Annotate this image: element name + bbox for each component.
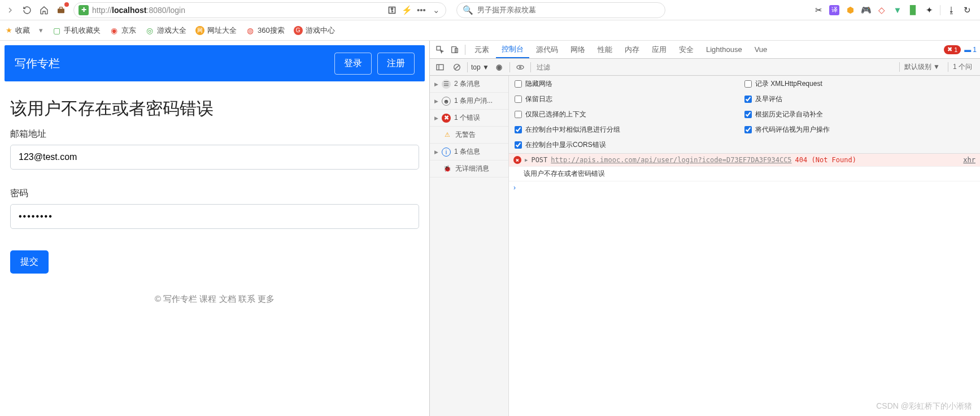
divider — [509, 62, 510, 72]
sidebar-label: 无详细消息 — [455, 164, 489, 174]
key-icon[interactable]: ⚿ — [387, 5, 397, 15]
issues-badge[interactable]: ▬ 1 — [964, 46, 977, 54]
chk-eager[interactable]: 及早评估 — [744, 94, 974, 104]
sidebar-label: 1 条信息 — [454, 147, 480, 157]
chk-preserve-log[interactable]: 保留日志 — [515, 94, 744, 104]
chk-group-similar[interactable]: 在控制台中对相似消息进行分组 — [515, 125, 744, 135]
more-icon[interactable]: ••• — [416, 5, 426, 15]
tab-sources[interactable]: 源代码 — [530, 41, 564, 58]
sidebar-label: 1 个错误 — [454, 113, 480, 123]
square-icon[interactable]: ◇ — [877, 5, 887, 15]
forward-button[interactable] — [3, 3, 17, 17]
browser-search[interactable]: 🔍 男子掘开亲叔坟墓 — [456, 2, 665, 18]
issues-link[interactable]: 1 个问 — [948, 62, 977, 72]
app-navbar: 写作专栏 登录 注册 — [5, 45, 425, 81]
chevron-icon: ▶ — [434, 149, 438, 155]
sidebar-errors[interactable]: ▶✖1 个错误 — [430, 110, 508, 127]
svg-rect-2 — [452, 46, 456, 53]
bookmark-dropdown[interactable]: ▾ — [39, 26, 43, 34]
bookmark-gamecenter[interactable]: G游戏中心 — [294, 25, 335, 36]
chevron-icon: ▶ — [434, 115, 438, 121]
app-brand[interactable]: 写作专栏 — [15, 56, 60, 71]
error-badge[interactable]: ✖ 1 — [944, 45, 961, 54]
page-footer: © 写作专栏 课程 文档 联系 更多 — [10, 294, 419, 305]
chk-hide-network[interactable]: 隐藏网络 — [515, 79, 744, 89]
register-button[interactable]: 注册 — [377, 53, 415, 75]
sidebar-label: 无警告 — [455, 130, 476, 140]
chk-log-xhr[interactable]: 记录 XMLHttpRequest — [744, 79, 974, 89]
sidebar-messages[interactable]: ▶☰2 条消息 — [430, 76, 508, 93]
chk-user-gesture[interactable]: 将代码评估视为用户操作 — [744, 125, 974, 135]
tab-network[interactable]: 网络 — [565, 41, 591, 58]
shield-ext-icon[interactable]: ⬢ — [845, 5, 855, 15]
chk-show-cors[interactable]: 在控制台中显示CORS错误 — [515, 140, 744, 150]
tab-vue[interactable]: Vue — [749, 41, 773, 58]
scissors-icon[interactable]: ✂ — [813, 5, 824, 15]
reload-button[interactable] — [20, 3, 34, 17]
log-text: 该用户不存在或者密码错误 — [524, 169, 605, 179]
sidebar-user[interactable]: ▶☻1 条用户消... — [430, 93, 508, 110]
sidebar-warnings[interactable]: ⚠无警告 — [430, 127, 508, 144]
source-link[interactable]: xhr — [963, 156, 975, 164]
submit-button[interactable]: 提交 — [10, 250, 49, 274]
password-input[interactable] — [10, 204, 419, 229]
flash-icon[interactable]: ⚡ — [402, 5, 412, 15]
chk-label: 隐藏网络 — [525, 79, 552, 89]
login-button[interactable]: 登录 — [334, 53, 372, 75]
bookmarks-bar: ★收藏 ▾ ▢手机收藏夹 ◉京东 ◎游戏大全 网网址大全 ◍360搜索 G游戏中… — [0, 20, 980, 41]
chevron-icon: ▶ — [525, 157, 528, 163]
refresh-icon[interactable]: ↻ — [962, 5, 972, 15]
bookmark-favorites[interactable]: ★收藏 — [6, 25, 30, 36]
tab-application[interactable]: 应用 — [646, 41, 672, 58]
context-select[interactable]: top ▼ — [471, 63, 489, 71]
bookmark-mobile[interactable]: ▢手机收藏夹 — [52, 25, 101, 36]
bookmark-360[interactable]: ◍360搜索 — [246, 25, 285, 36]
vue-icon[interactable]: ▼ — [892, 5, 903, 15]
bug-icon: 🐞 — [443, 164, 452, 174]
tab-security[interactable]: 安全 — [673, 41, 699, 58]
console-error-row[interactable]: ✖ ▶ POST http://apis.imooc.com/api/user/… — [509, 154, 980, 167]
info-icon: i — [442, 148, 451, 157]
home-button[interactable] — [37, 3, 51, 17]
game-icon[interactable]: 🎮 — [861, 5, 871, 15]
url-path: :8080/login — [147, 6, 186, 15]
filter-input[interactable] — [534, 63, 896, 71]
bookmark-jd[interactable]: ◉京东 — [110, 25, 136, 36]
chk-autocomplete[interactable]: 根据历史记录自动补全 — [744, 110, 974, 119]
create-context-icon[interactable]: ◉ — [493, 60, 506, 74]
toggle-sidebar-icon[interactable] — [433, 60, 447, 74]
inspect-icon[interactable] — [433, 43, 447, 57]
level-select[interactable]: 默认级别 ▼ — [899, 62, 944, 72]
chk-label: 及早评估 — [755, 94, 782, 104]
email-input[interactable] — [10, 145, 419, 170]
book-icon[interactable]: ▉ — [908, 5, 918, 15]
tab-memory[interactable]: 内存 — [619, 41, 645, 58]
device-icon[interactable] — [448, 43, 461, 57]
eye-icon[interactable] — [513, 60, 527, 74]
tab-lighthouse[interactable]: Lighthouse — [700, 41, 748, 58]
sidebar-info[interactable]: ▶i1 条信息 — [430, 144, 508, 161]
download-icon[interactable]: ⭳ — [946, 5, 956, 15]
console-log-row[interactable]: 该用户不存在或者密码错误 — [509, 167, 980, 181]
tab-performance[interactable]: 性能 — [592, 41, 618, 58]
sidebar-verbose[interactable]: 🐞无详细消息 — [430, 161, 508, 177]
password-label: 密码 — [10, 188, 419, 200]
svg-line-7 — [455, 65, 459, 69]
expand-icon[interactable]: ⌄ — [431, 5, 441, 15]
address-bar[interactable]: ✚ http://localhost:8080/login ⚿ ⚡ ••• ⌄ — [73, 2, 446, 18]
chk-label: 根据历史记录自动补全 — [755, 110, 823, 119]
translate-icon[interactable]: 译 — [829, 5, 839, 15]
console-prompt[interactable]: › — [509, 181, 980, 194]
divider — [467, 62, 468, 72]
request-url[interactable]: http://apis.imooc.com/api/user/login?ico… — [551, 156, 791, 164]
chk-selected-ctx[interactable]: 仅限已选择的上下文 — [515, 110, 744, 119]
tab-console[interactable]: 控制台 — [496, 41, 529, 58]
console-settings: 隐藏网络 保留日志 仅限已选择的上下文 在控制台中对相似消息进行分组 在控制台中… — [509, 76, 980, 154]
bookmark-sites[interactable]: 网网址大全 — [195, 25, 237, 36]
tab-elements[interactable]: 元素 — [469, 41, 495, 58]
extensions-icon[interactable]: ✦ — [924, 5, 934, 15]
error-icon: ✖ — [513, 156, 521, 164]
bookmark-games[interactable]: ◎游戏大全 — [145, 25, 186, 36]
briefcase-button[interactable] — [54, 3, 68, 17]
clear-console-icon[interactable] — [450, 60, 464, 74]
